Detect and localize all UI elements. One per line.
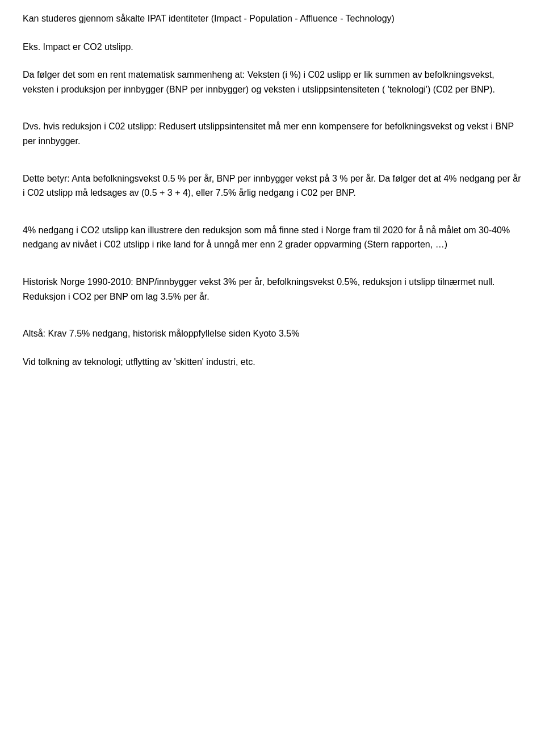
paragraph-7: Historisk Norge 1990-2010: BNP/innbygger…: [23, 275, 522, 304]
paragraph-6: 4% nedgang i CO2 utslipp kan illustrere …: [23, 223, 522, 252]
paragraph-4: Dvs. hvis reduksjon i C02 utslipp: Redus…: [23, 119, 522, 148]
paragraph-8: Altså: Krav 7.5% nedgang, historisk målo…: [23, 326, 522, 341]
paragraph-1: Kan studeres gjennom såkalte IPAT identi…: [23, 11, 522, 26]
paragraph-9: Vid tolkning av teknologi; utflytting av…: [23, 355, 522, 369]
paragraph-5: Dette betyr: Anta befolkningsvekst 0.5 %…: [23, 171, 522, 200]
page-content: Kan studeres gjennom såkalte IPAT identi…: [23, 11, 522, 369]
paragraph-3: Da følger det som en rent matematisk sam…: [23, 68, 522, 96]
paragraph-2: Eks. Impact er CO2 utslipp.: [23, 40, 522, 54]
